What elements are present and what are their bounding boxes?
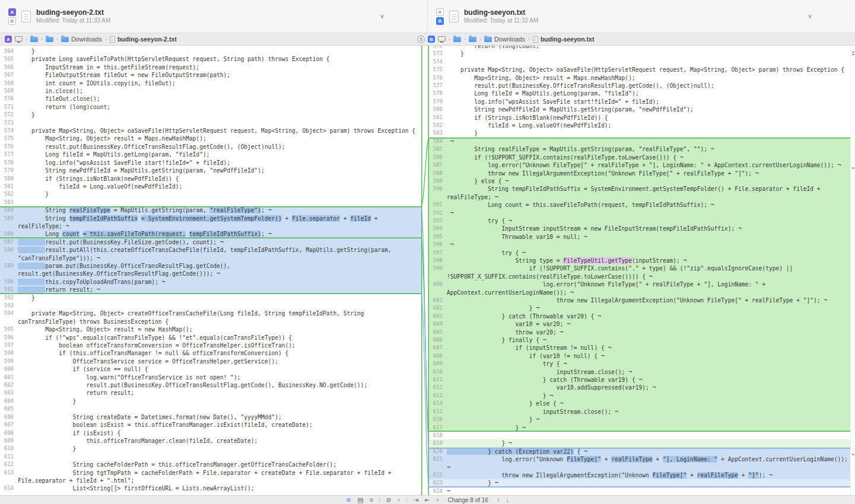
code-line[interactable]: 595 Throwable var10 = null; ¬	[429, 233, 850, 241]
code-line[interactable]: 574	[429, 58, 850, 66]
code-line[interactable]: 594 InputStream inputStream = new FileIn…	[429, 225, 850, 232]
code-line[interactable]: 605 throw var20; ¬	[429, 328, 850, 336]
previous-change-button[interactable]: ↑	[497, 497, 500, 503]
code-line[interactable]: 602 } ¬	[429, 304, 850, 312]
code-line[interactable]: 602 result.put(BusinessKey.OfficeTransRe…	[0, 381, 421, 389]
code-line[interactable]: 568 int count = IOUtils.copy(in, fileOut…	[0, 79, 421, 87]
code-line[interactable]: 583 }	[429, 129, 850, 137]
code-line[interactable]: 579 String newPdfFileId = MapUtils.getSt…	[0, 167, 421, 174]
code-line[interactable]: 606 String createDate = Datetimes.format…	[0, 413, 421, 421]
code-line[interactable]: 585 String tempFileIdPathSuffix = System…	[0, 215, 421, 231]
code-line[interactable]: 611	[0, 453, 421, 461]
code-line[interactable]: 616 } ¬	[429, 416, 850, 423]
code-line[interactable]: 614 List<String[]> firstOfficeURL = List…	[0, 484, 421, 492]
code-line[interactable]: 612 String cacheFolderPath = this.office…	[0, 461, 421, 468]
code-line[interactable]: 597 try { ¬	[429, 249, 850, 257]
code-line[interactable]: 582 }	[0, 190, 421, 198]
code-line[interactable]: 589 } else { ¬	[429, 177, 850, 185]
file-picker-b[interactable]: A B buding-seeyon.txt Modified: Today at…	[427, 0, 855, 33]
code-line[interactable]: 624¬	[429, 487, 850, 495]
code-line[interactable]: 608 if (var10 != null) { ¬	[429, 352, 850, 360]
code-line[interactable]: 564 }	[0, 47, 421, 55]
code-line[interactable]: 588 throw new IllegalArgumentException("…	[429, 170, 850, 177]
scrollbar[interactable]	[850, 46, 855, 495]
code-line[interactable]: 621 log.error("Unknown FileType[" + real…	[429, 455, 850, 471]
versions-icon[interactable]: 5	[417, 36, 425, 43]
folder-icon[interactable]	[30, 37, 38, 42]
pane-a-code[interactable]: 564 }565 private Long saveFileToPath(Htt…	[0, 46, 421, 495]
code-line[interactable]: 609 try { ¬	[429, 360, 850, 368]
code-line[interactable]: 588 result.putAll(this.createOfficeTrans…	[0, 246, 421, 262]
code-line[interactable]: 580 String newPdfFileId = MapUtils.getSt…	[429, 106, 850, 113]
code-line[interactable]: 567 FileOutputStream fileOut = new FileO…	[0, 71, 421, 79]
code-line[interactable]: 591 Long count = this.saveFileToPath(req…	[429, 201, 850, 209]
code-line[interactable]: 600 if (service == null) {	[0, 365, 421, 373]
code-line[interactable]: 622 throw new IllegalArgumentException("…	[429, 471, 850, 479]
code-line[interactable]: 598 String type = FileTypeUtil.getType(i…	[429, 257, 850, 264]
chevron-down-icon[interactable]: ∨	[380, 12, 384, 20]
code-line[interactable]: 607 boolean isExist = this.officeTransMa…	[0, 421, 421, 429]
code-line[interactable]: 599 OfficeTransService service = OfficeT…	[0, 358, 421, 365]
next-change-button[interactable]: ↓	[506, 497, 509, 503]
pane-b-code[interactable]: 572 return (long)count;573 }574575 priva…	[429, 46, 850, 495]
code-line[interactable]: 590 String tempFileIdPathSuffix = System…	[429, 185, 850, 201]
code-line[interactable]: 618	[429, 432, 850, 439]
code-line[interactable]: 613 String tgtTmpPath = cacheFolderPath …	[0, 469, 421, 485]
code-line[interactable]: 569 in.close();	[0, 87, 421, 95]
code-line[interactable]: 577 result.put(BusinessKey.OfficeTransRe…	[429, 82, 850, 90]
code-line[interactable]: 598 if (this.officeTransManager != null …	[0, 349, 421, 357]
code-line[interactable]: 597 boolean officeTransformConversion = …	[0, 342, 421, 349]
code-line[interactable]: 578 Long fileId = MapUtils.getLong(param…	[429, 90, 850, 97]
code-line[interactable]: 615 inputStream.close(); ¬	[429, 408, 850, 416]
code-line[interactable]: 582 fileId = Long.valueOf(newPdfFileId);	[429, 122, 850, 129]
breadcrumb-item-downloads[interactable]: Downloads	[61, 36, 102, 43]
code-line[interactable]: 603 return result;	[0, 389, 421, 397]
code-line[interactable]: 610 }	[0, 445, 421, 452]
code-line[interactable]: 604 var10 = var20; ¬	[429, 320, 850, 328]
exclude-changes-button[interactable]: ⊘	[386, 497, 391, 503]
code-line[interactable]: 595 Map<String, Object> result = new Has…	[0, 326, 421, 333]
code-line[interactable]: 583	[0, 199, 421, 206]
breadcrumb-item-downloads[interactable]: Downloads	[484, 36, 525, 43]
code-line[interactable]: 580 if (Strings.isNotBlank(newPdfFileId)…	[0, 175, 421, 183]
code-line[interactable]: 570 fileOut.close();	[0, 95, 421, 103]
code-line[interactable]: 593 try { ¬	[429, 217, 850, 225]
code-line[interactable]: 576 result.put(BusinessKey.OfficeTransRe…	[0, 143, 421, 151]
unified-view-button[interactable]: ≡	[370, 497, 373, 503]
code-line[interactable]: 600 log.error("Unknown FileType[" + real…	[429, 280, 850, 296]
merge-to-b-button[interactable]: ⇥	[413, 497, 418, 503]
code-line[interactable]: 576 Map<String, Object> result = Maps.ne…	[429, 74, 850, 82]
code-line[interactable]: 604 }	[0, 397, 421, 405]
code-line[interactable]: 623 } ¬	[429, 479, 850, 487]
code-line[interactable]: 596 if (!"wps".equals(canTransFileType) …	[0, 334, 421, 342]
code-line[interactable]: 573	[0, 119, 421, 127]
code-line[interactable]: 579 log.info("wpsAssist SaveFile start!f…	[429, 98, 850, 106]
code-line[interactable]: 609 this.officeTransManager.clean(fileId…	[0, 437, 421, 445]
code-line[interactable]: 620 } catch (Exception var22) { ¬	[429, 448, 850, 455]
code-line[interactable]: 607 if (inputStream != null) { ¬	[429, 344, 850, 352]
code-line[interactable]: 586 if (!SUPPORT_SUFFIX.contains(realFil…	[429, 154, 850, 161]
code-line[interactable]: 581 if (Strings.isNotBlank(newPdfFileId)…	[429, 114, 850, 122]
breadcrumb-item-file[interactable]: buding-seeyon-2.txt	[110, 36, 177, 43]
code-line[interactable]: 592 }	[0, 294, 421, 302]
code-line[interactable]: 596 ¬	[429, 241, 850, 248]
fluid-view-button[interactable]: ≋	[346, 497, 351, 503]
code-line[interactable]: 573 }	[429, 50, 850, 58]
code-line[interactable]: 590 this.copyToUploadAndTrans(param); ¬	[0, 278, 421, 286]
code-line[interactable]: 589 param.put(BusinessKey.OfficeTransRes…	[0, 262, 421, 278]
code-line[interactable]: 617 } ¬	[429, 424, 850, 432]
code-line[interactable]: 575 Map<String, Object> result = Maps.ne…	[0, 135, 421, 142]
chevron-down-icon[interactable]: ∨	[808, 12, 812, 20]
computer-icon[interactable]	[438, 36, 446, 42]
file-picker-a[interactable]: A B buding-seeyon-2.txt Modified: Today …	[0, 0, 427, 33]
code-line[interactable]: 603 } catch (Throwable var20) { ¬	[429, 312, 850, 320]
code-line[interactable]: 578 log.info("wpsAssist SaveFile start!f…	[0, 159, 421, 167]
code-line[interactable]: 592 ¬	[429, 209, 850, 217]
code-line[interactable]: 584 String realFileType = MapUtils.getSt…	[0, 206, 421, 214]
code-line[interactable]: 587 log.error("Unknown FileType[" + real…	[429, 161, 850, 169]
code-line[interactable]: 601 throw new IllegalArgumentException("…	[429, 296, 850, 304]
code-line[interactable]: 611 } catch (Throwable var19) { ¬	[429, 376, 850, 384]
code-line[interactable]: 593	[0, 302, 421, 310]
code-line[interactable]: 606 } finally { ¬	[429, 336, 850, 344]
code-line[interactable]: 587 result.put(BusinessKey.FileSize.getC…	[0, 238, 421, 246]
